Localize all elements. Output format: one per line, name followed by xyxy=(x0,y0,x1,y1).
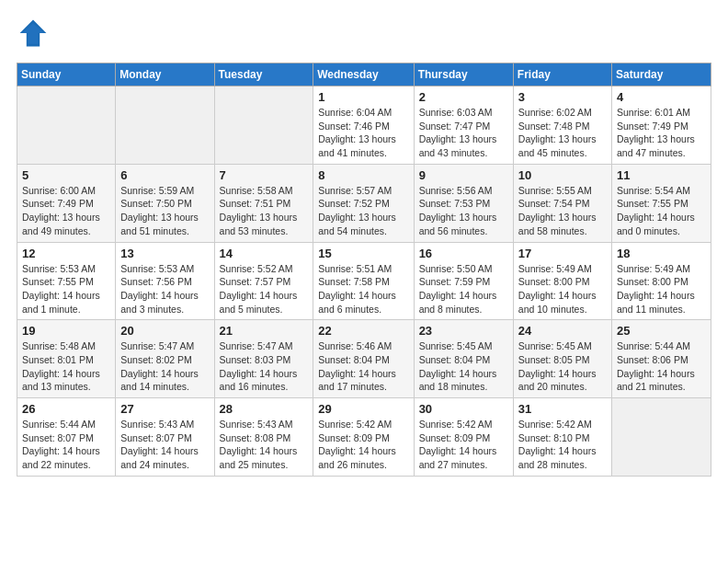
header xyxy=(17,17,711,50)
day-info: Sunrise: 5:51 AMSunset: 7:58 PMDaylight:… xyxy=(318,262,408,316)
day-info: Sunrise: 5:46 AMSunset: 8:04 PMDaylight:… xyxy=(318,339,408,394)
calendar-cell xyxy=(17,86,116,165)
day-number: 17 xyxy=(518,247,607,260)
day-number: 21 xyxy=(220,324,309,338)
day-number: 15 xyxy=(318,247,408,260)
day-info: Sunrise: 5:53 AMSunset: 7:55 PMDaylight:… xyxy=(22,262,110,316)
calendar-cell: 14Sunrise: 5:52 AMSunset: 7:57 PMDayligh… xyxy=(214,242,313,320)
calendar-cell: 4Sunrise: 6:01 AMSunset: 7:49 PMDaylight… xyxy=(612,86,711,165)
day-number: 28 xyxy=(220,402,309,416)
day-info: Sunrise: 5:53 AMSunset: 7:56 PMDaylight:… xyxy=(120,262,209,316)
day-number: 3 xyxy=(518,90,607,104)
day-number: 24 xyxy=(518,324,607,338)
day-number: 30 xyxy=(419,402,508,416)
logo-icon xyxy=(17,17,50,50)
day-number: 25 xyxy=(617,324,706,338)
calendar-cell: 6Sunrise: 5:59 AMSunset: 7:50 PMDaylight… xyxy=(116,164,214,242)
day-info: Sunrise: 6:04 AMSunset: 7:46 PMDaylight:… xyxy=(318,106,408,160)
calendar-cell: 25Sunrise: 5:44 AMSunset: 8:06 PMDayligh… xyxy=(612,320,711,398)
calendar-cell xyxy=(214,86,313,165)
day-number: 16 xyxy=(419,247,508,260)
calendar-cell: 21Sunrise: 5:47 AMSunset: 8:03 PMDayligh… xyxy=(214,320,313,398)
day-number: 8 xyxy=(318,168,408,182)
day-number: 5 xyxy=(22,168,110,182)
calendar-cell: 31Sunrise: 5:42 AMSunset: 8:10 PMDayligh… xyxy=(513,398,611,477)
day-number: 23 xyxy=(419,324,508,338)
day-header-monday: Monday xyxy=(116,63,214,86)
day-number: 10 xyxy=(518,168,607,182)
calendar-cell: 1Sunrise: 6:04 AMSunset: 7:46 PMDaylight… xyxy=(313,86,414,165)
calendar-cell: 27Sunrise: 5:43 AMSunset: 8:07 PMDayligh… xyxy=(116,398,214,477)
day-info: Sunrise: 5:54 AMSunset: 7:55 PMDaylight:… xyxy=(617,184,706,238)
calendar-week-row: 5Sunrise: 6:00 AMSunset: 7:49 PMDaylight… xyxy=(17,164,711,242)
day-number: 14 xyxy=(220,247,309,260)
day-info: Sunrise: 6:03 AMSunset: 7:47 PMDaylight:… xyxy=(419,106,508,160)
day-info: Sunrise: 5:52 AMSunset: 7:57 PMDaylight:… xyxy=(220,262,309,316)
day-header-thursday: Thursday xyxy=(414,63,513,86)
day-info: Sunrise: 5:45 AMSunset: 8:05 PMDaylight:… xyxy=(518,339,607,394)
calendar-cell: 12Sunrise: 5:53 AMSunset: 7:55 PMDayligh… xyxy=(17,242,116,320)
day-number: 4 xyxy=(617,90,706,104)
calendar-cell: 8Sunrise: 5:57 AMSunset: 7:52 PMDaylight… xyxy=(313,164,414,242)
day-header-sunday: Sunday xyxy=(17,63,116,86)
day-info: Sunrise: 5:45 AMSunset: 8:04 PMDaylight:… xyxy=(419,339,508,394)
calendar-cell: 2Sunrise: 6:03 AMSunset: 7:47 PMDaylight… xyxy=(414,86,513,165)
day-number: 7 xyxy=(220,168,309,182)
day-info: Sunrise: 5:59 AMSunset: 7:50 PMDaylight:… xyxy=(120,184,209,238)
day-info: Sunrise: 5:47 AMSunset: 8:02 PMDaylight:… xyxy=(120,339,209,394)
day-number: 19 xyxy=(22,324,110,338)
calendar-table: SundayMondayTuesdayWednesdayThursdayFrid… xyxy=(17,63,711,477)
calendar-cell: 9Sunrise: 5:56 AMSunset: 7:53 PMDaylight… xyxy=(414,164,513,242)
calendar-cell: 24Sunrise: 5:45 AMSunset: 8:05 PMDayligh… xyxy=(513,320,611,398)
day-info: Sunrise: 5:57 AMSunset: 7:52 PMDaylight:… xyxy=(318,184,408,238)
calendar-cell xyxy=(116,86,214,165)
calendar-cell: 3Sunrise: 6:02 AMSunset: 7:48 PMDaylight… xyxy=(513,86,611,165)
day-number: 6 xyxy=(120,168,209,182)
calendar-cell: 7Sunrise: 5:58 AMSunset: 7:51 PMDaylight… xyxy=(214,164,313,242)
calendar-cell xyxy=(612,398,711,477)
day-number: 26 xyxy=(22,402,110,416)
day-header-friday: Friday xyxy=(513,63,611,86)
day-info: Sunrise: 5:58 AMSunset: 7:51 PMDaylight:… xyxy=(220,184,309,238)
calendar-cell: 20Sunrise: 5:47 AMSunset: 8:02 PMDayligh… xyxy=(116,320,214,398)
day-number: 22 xyxy=(318,324,408,338)
calendar-cell: 19Sunrise: 5:48 AMSunset: 8:01 PMDayligh… xyxy=(17,320,116,398)
calendar-cell: 15Sunrise: 5:51 AMSunset: 7:58 PMDayligh… xyxy=(313,242,414,320)
day-info: Sunrise: 5:42 AMSunset: 8:10 PMDaylight:… xyxy=(518,418,607,472)
day-info: Sunrise: 5:44 AMSunset: 8:06 PMDaylight:… xyxy=(617,339,706,394)
day-info: Sunrise: 5:56 AMSunset: 7:53 PMDaylight:… xyxy=(419,184,508,238)
day-info: Sunrise: 6:00 AMSunset: 7:49 PMDaylight:… xyxy=(22,184,110,238)
day-number: 12 xyxy=(22,247,110,260)
calendar-week-row: 12Sunrise: 5:53 AMSunset: 7:55 PMDayligh… xyxy=(17,242,711,320)
calendar-cell: 23Sunrise: 5:45 AMSunset: 8:04 PMDayligh… xyxy=(414,320,513,398)
calendar-cell: 5Sunrise: 6:00 AMSunset: 7:49 PMDaylight… xyxy=(17,164,116,242)
day-number: 20 xyxy=(120,324,209,338)
calendar-cell: 18Sunrise: 5:49 AMSunset: 8:00 PMDayligh… xyxy=(612,242,711,320)
day-number: 1 xyxy=(318,90,408,104)
svg-marker-1 xyxy=(22,23,43,44)
day-number: 27 xyxy=(120,402,209,416)
day-info: Sunrise: 5:47 AMSunset: 8:03 PMDaylight:… xyxy=(220,339,309,394)
day-header-wednesday: Wednesday xyxy=(313,63,414,86)
calendar-cell: 10Sunrise: 5:55 AMSunset: 7:54 PMDayligh… xyxy=(513,164,611,242)
calendar-cell: 22Sunrise: 5:46 AMSunset: 8:04 PMDayligh… xyxy=(313,320,414,398)
day-info: Sunrise: 5:49 AMSunset: 8:00 PMDaylight:… xyxy=(518,262,607,316)
calendar-week-row: 26Sunrise: 5:44 AMSunset: 8:07 PMDayligh… xyxy=(17,398,711,477)
day-info: Sunrise: 5:43 AMSunset: 8:07 PMDaylight:… xyxy=(120,418,209,472)
day-info: Sunrise: 5:49 AMSunset: 8:00 PMDaylight:… xyxy=(617,262,706,316)
day-info: Sunrise: 5:48 AMSunset: 8:01 PMDaylight:… xyxy=(22,339,110,394)
calendar-header-row: SundayMondayTuesdayWednesdayThursdayFrid… xyxy=(17,63,711,86)
calendar-cell: 28Sunrise: 5:43 AMSunset: 8:08 PMDayligh… xyxy=(214,398,313,477)
day-number: 13 xyxy=(120,247,209,260)
day-info: Sunrise: 5:42 AMSunset: 8:09 PMDaylight:… xyxy=(419,418,508,472)
day-header-tuesday: Tuesday xyxy=(214,63,313,86)
day-number: 9 xyxy=(419,168,508,182)
calendar-week-row: 19Sunrise: 5:48 AMSunset: 8:01 PMDayligh… xyxy=(17,320,711,398)
calendar-cell: 17Sunrise: 5:49 AMSunset: 8:00 PMDayligh… xyxy=(513,242,611,320)
day-info: Sunrise: 5:43 AMSunset: 8:08 PMDaylight:… xyxy=(220,418,309,472)
day-info: Sunrise: 6:01 AMSunset: 7:49 PMDaylight:… xyxy=(617,106,706,160)
day-number: 18 xyxy=(617,247,706,260)
day-number: 2 xyxy=(419,90,508,104)
calendar-cell: 13Sunrise: 5:53 AMSunset: 7:56 PMDayligh… xyxy=(116,242,214,320)
day-number: 29 xyxy=(318,402,408,416)
